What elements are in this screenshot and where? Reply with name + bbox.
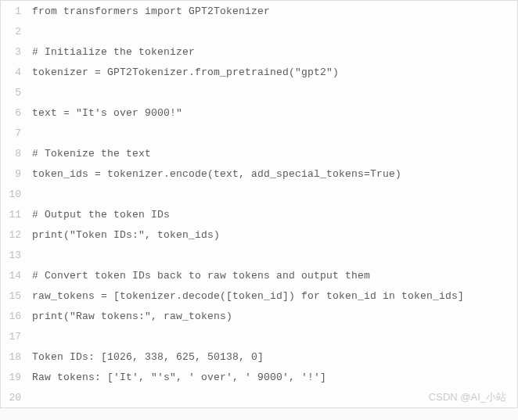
- code-line: 11# Output the token IDs: [1, 204, 517, 224]
- code-line: 3# Initialize the tokenizer: [1, 41, 517, 62]
- line-number: 11: [1, 209, 26, 221]
- code-line: 17: [1, 326, 517, 346]
- code-line: 6text = "It's over 9000!": [1, 102, 517, 123]
- line-number: 14: [1, 270, 26, 282]
- code-text: Raw tokens: ['It', "'s", ' over', ' 9000…: [26, 372, 326, 383]
- code-text: token_ids = tokenizer.encode(text, add_s…: [26, 168, 401, 180]
- line-number: 13: [1, 249, 26, 261]
- code-line: 15raw_tokens = [tokenizer.decode([token_…: [1, 285, 517, 306]
- code-line: 10: [1, 184, 517, 204]
- code-text: # Initialize the tokenizer: [26, 46, 195, 58]
- code-text: from transformers import GPT2Tokenizer: [26, 5, 270, 17]
- line-number: 8: [1, 148, 26, 160]
- line-number: 5: [1, 87, 26, 99]
- code-line: 4tokenizer = GPT2Tokenizer.from_pretrain…: [1, 62, 517, 82]
- line-number: 15: [1, 290, 26, 302]
- code-block: 1from transformers import GPT2Tokenizer2…: [0, 0, 518, 408]
- code-line: 18Token IDs: [1026, 338, 625, 50138, 0]: [1, 346, 517, 367]
- code-line: 12print("Token IDs:", token_ids): [1, 224, 517, 245]
- code-line: 14# Convert token IDs back to raw tokens…: [1, 265, 517, 285]
- line-number: 7: [1, 127, 26, 139]
- code-text: raw_tokens = [tokenizer.decode([token_id…: [26, 290, 464, 302]
- line-number: 16: [1, 311, 26, 322]
- code-text: # Convert token IDs back to raw tokens a…: [26, 270, 370, 282]
- code-line: 19Raw tokens: ['It', "'s", ' over', ' 90…: [1, 367, 517, 387]
- code-line: 7: [1, 123, 517, 143]
- code-line: 16print("Raw tokens:", raw_tokens): [1, 306, 517, 326]
- line-number: 19: [1, 372, 26, 383]
- code-line: 1from transformers import GPT2Tokenizer: [1, 1, 517, 21]
- line-number: 2: [1, 26, 26, 38]
- code-line: 2: [1, 21, 517, 41]
- line-number: 10: [1, 188, 26, 200]
- code-line: 13: [1, 245, 517, 265]
- line-number: 12: [1, 229, 26, 241]
- code-text: tokenizer = GPT2Tokenizer.from_pretraine…: [26, 66, 339, 78]
- code-line: 8# Tokenize the text: [1, 143, 517, 163]
- watermark: CSDN @AI_小站: [429, 390, 506, 404]
- line-number: 9: [1, 168, 26, 180]
- code-text: print("Raw tokens:", raw_tokens): [26, 311, 232, 322]
- line-number: 3: [1, 46, 26, 58]
- code-text: Token IDs: [1026, 338, 625, 50138, 0]: [26, 351, 264, 363]
- line-number: 20: [1, 392, 26, 404]
- code-text: # Tokenize the text: [26, 148, 151, 160]
- line-number: 1: [1, 5, 26, 17]
- code-text: # Output the token IDs: [26, 209, 170, 221]
- code-line: 5: [1, 82, 517, 102]
- code-text: text = "It's over 9000!": [26, 107, 182, 119]
- line-number: 18: [1, 351, 26, 363]
- line-number: 6: [1, 107, 26, 119]
- line-number: 4: [1, 66, 26, 78]
- code-line: 9token_ids = tokenizer.encode(text, add_…: [1, 163, 517, 184]
- code-text: print("Token IDs:", token_ids): [26, 229, 220, 241]
- line-number: 17: [1, 331, 26, 343]
